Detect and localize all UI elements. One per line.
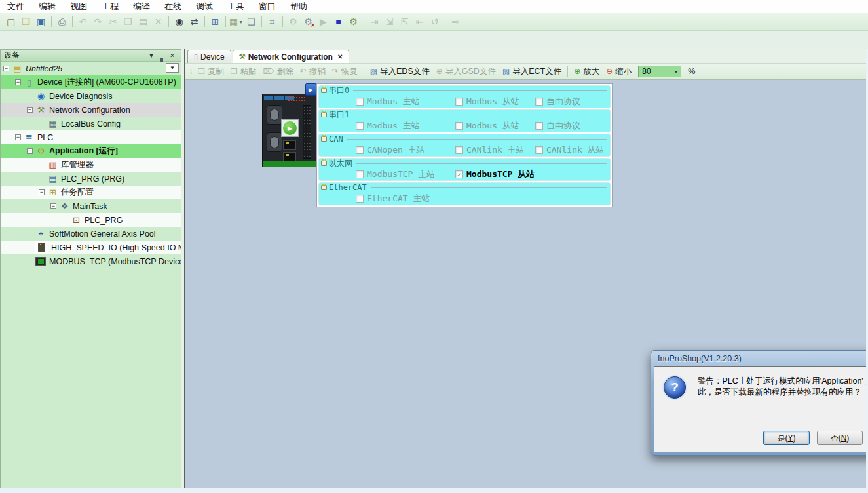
tab-close-icon[interactable]: ✕ bbox=[337, 53, 343, 60]
tree-item-untitled25[interactable]: −▤Untitled25 bbox=[1, 62, 181, 75]
tree-item-maintask[interactable]: −❖MainTask bbox=[1, 199, 181, 213]
save-icon[interactable]: ▣ bbox=[33, 15, 48, 29]
open-file-icon[interactable]: ❒ bbox=[18, 15, 33, 29]
run-to-cursor-icon[interactable]: ⇤ bbox=[412, 15, 427, 29]
checkbox-icon[interactable] bbox=[455, 146, 463, 154]
zoom-level-combo[interactable]: 80▼ bbox=[638, 66, 681, 77]
tree-item-softmotion-axis-pool[interactable]: ⌖SoftMotion General Axis Pool bbox=[1, 227, 181, 241]
tree-item-network-configuration[interactable]: −⚒Network Configuration bbox=[1, 103, 181, 117]
checkbox-icon[interactable] bbox=[356, 170, 364, 178]
copy-button[interactable]: ❐复制 bbox=[198, 66, 224, 77]
expand-minus-box[interactable]: − bbox=[15, 79, 21, 85]
menu-debug[interactable]: 调试 bbox=[189, 0, 220, 14]
tab-device[interactable]: ▯Device bbox=[187, 50, 231, 63]
build-icon[interactable]: ⌗ bbox=[265, 15, 280, 29]
import-ect-button[interactable]: ▧导入ECT文件 bbox=[502, 66, 561, 77]
tree-item-application[interactable]: −⚙Application [运行] bbox=[1, 144, 181, 158]
new-object-icon[interactable]: ❏ bbox=[244, 15, 259, 29]
tree-item-maintask-plc-prg[interactable]: ⊡PLC_PRG bbox=[1, 213, 181, 227]
expand-arrow-button[interactable]: ▶ bbox=[305, 83, 316, 96]
import-gsd-button[interactable]: ⊕导入GSD文件 bbox=[436, 66, 496, 77]
redo-icon[interactable]: ↷ bbox=[90, 15, 105, 29]
window-list-icon[interactable]: ⊞ bbox=[208, 15, 223, 29]
forward-icon[interactable]: ⇨ bbox=[448, 15, 463, 29]
checkbox-icon[interactable] bbox=[535, 122, 543, 130]
checkbox-icon[interactable] bbox=[356, 195, 364, 203]
menu-build[interactable]: 编译 bbox=[126, 0, 157, 14]
checkbox-canopen-master[interactable]: CANopen 主站 bbox=[356, 144, 425, 156]
checkbox-serial1-modbus-slave[interactable]: Modbus 从站 bbox=[455, 120, 519, 132]
step-into-icon[interactable]: ⇲ bbox=[382, 15, 397, 29]
checkbox-icon[interactable] bbox=[356, 122, 364, 130]
checkbox-modbustcp-master[interactable]: ModbusTCP 主站 bbox=[356, 168, 435, 180]
checkbox-canlink-master[interactable]: CANlink 主站 bbox=[455, 144, 525, 156]
menu-edit[interactable]: 编辑 bbox=[31, 0, 63, 14]
checkbox-serial1-free-protocol[interactable]: 自由协议 bbox=[535, 120, 580, 132]
replace-icon[interactable]: ⇄ bbox=[187, 15, 202, 29]
logout-icon[interactable]: ⚙✕ bbox=[301, 15, 316, 29]
chevron-down-icon[interactable]: ▼ bbox=[671, 69, 681, 74]
stop-icon[interactable]: ■ bbox=[331, 15, 346, 29]
checkbox-icon[interactable] bbox=[356, 98, 364, 106]
menu-online[interactable]: 在线 bbox=[157, 0, 189, 14]
find-icon[interactable]: ◉ bbox=[172, 15, 187, 29]
delete-button[interactable]: ⌦删除 bbox=[263, 66, 293, 77]
copy-icon[interactable]: ❐ bbox=[121, 15, 136, 29]
grid-icon[interactable]: ▦▼ bbox=[229, 15, 244, 29]
checkbox-serial1-modbus-master[interactable]: Modbus 主站 bbox=[356, 120, 420, 132]
delete-icon[interactable]: ✕ bbox=[151, 15, 166, 29]
expand-minus-box[interactable]: − bbox=[39, 189, 45, 195]
expand-minus-box[interactable]: − bbox=[15, 134, 21, 140]
expand-minus-box[interactable]: − bbox=[27, 107, 33, 113]
checkbox-ethercat-master[interactable]: EtherCAT 主站 bbox=[356, 193, 430, 205]
menu-tools[interactable]: 工具 bbox=[220, 0, 252, 14]
tree-item-library-manager[interactable]: ▥库管理器 bbox=[1, 158, 181, 172]
tree-item-device-diagnosis[interactable]: ◉Device Diagnosis bbox=[1, 89, 181, 103]
menu-file[interactable]: 文件 bbox=[0, 0, 31, 14]
menu-project[interactable]: 工程 bbox=[94, 0, 126, 14]
tree-item-high-speed-io[interactable]: HIGH_SPEED_IO (High Speed IO Module) bbox=[1, 241, 181, 254]
undo-button[interactable]: ↶撤销 bbox=[300, 66, 326, 77]
run-icon[interactable]: ▶ bbox=[316, 15, 331, 29]
tree-item-task-configuration[interactable]: −⊞任务配置 bbox=[1, 186, 181, 199]
new-file-icon[interactable]: ▢ bbox=[3, 15, 18, 29]
print-icon[interactable]: ⎙ bbox=[54, 15, 69, 29]
config-wrench-icon[interactable]: ⚙ bbox=[346, 15, 361, 29]
checkbox-icon[interactable] bbox=[535, 98, 543, 106]
checkbox-serial0-free-protocol[interactable]: 自由协议 bbox=[535, 96, 580, 108]
tree-item-device[interactable]: −▯Device [连接的] (AM600-CPU1608TP) bbox=[1, 75, 181, 89]
cut-icon[interactable]: ✂ bbox=[105, 15, 121, 29]
checkbox-icon[interactable] bbox=[455, 98, 463, 106]
paste-button[interactable]: ❐粘贴 bbox=[231, 66, 257, 77]
checkbox-canlink-slave[interactable]: CANlink 从站 bbox=[535, 144, 605, 156]
panel-close-icon[interactable]: ✕ bbox=[167, 52, 178, 59]
menu-window[interactable]: 窗口 bbox=[252, 0, 283, 14]
login-icon[interactable]: ⚙ bbox=[286, 15, 301, 29]
no-button[interactable]: 否(N) bbox=[817, 431, 863, 445]
checkbox-icon[interactable] bbox=[356, 146, 364, 154]
checkbox-modbustcp-slave[interactable]: ✓ModbusTCP 从站 bbox=[455, 168, 535, 180]
menu-help[interactable]: 帮助 bbox=[283, 0, 314, 14]
reset-icon[interactable]: ↺ bbox=[427, 15, 442, 29]
toolbar-drag-handle[interactable]: ⁞ bbox=[190, 68, 192, 75]
menu-view[interactable]: 视图 bbox=[63, 0, 94, 14]
zoom-in-button[interactable]: ⊕放大 bbox=[574, 66, 599, 77]
undo-icon[interactable]: ↶ bbox=[75, 15, 90, 29]
panel-dropdown-icon[interactable]: ▼ bbox=[146, 52, 157, 59]
step-out-icon[interactable]: ⇱ bbox=[397, 15, 412, 29]
tab-network-configuration[interactable]: ⚒Network Configuration✕ bbox=[233, 50, 350, 63]
import-eds-button[interactable]: ▧导入EDS文件 bbox=[370, 66, 430, 77]
checkbox-icon[interactable] bbox=[535, 146, 543, 154]
zoom-out-button[interactable]: ⊖缩小 bbox=[606, 66, 632, 77]
tree-item-modbus-tcp[interactable]: MODBUS_TCP (ModbusTCP Device) bbox=[1, 254, 181, 268]
checkbox-icon[interactable]: ✓ bbox=[455, 170, 463, 178]
yes-button[interactable]: 是(Y) bbox=[763, 431, 810, 445]
checkbox-serial0-modbus-slave[interactable]: Modbus 从站 bbox=[455, 96, 519, 108]
paste-icon[interactable]: ▤ bbox=[136, 15, 151, 29]
expand-minus-box[interactable]: − bbox=[3, 66, 9, 71]
checkbox-serial0-modbus-master[interactable]: Modbus 主站 bbox=[356, 96, 420, 108]
tree-item-plc[interactable]: −≣PLC bbox=[1, 130, 181, 144]
checkbox-icon[interactable] bbox=[455, 122, 463, 130]
step-over-icon[interactable]: ⇥ bbox=[367, 15, 382, 29]
tree-dropdown-button[interactable]: ▼ bbox=[166, 63, 179, 73]
